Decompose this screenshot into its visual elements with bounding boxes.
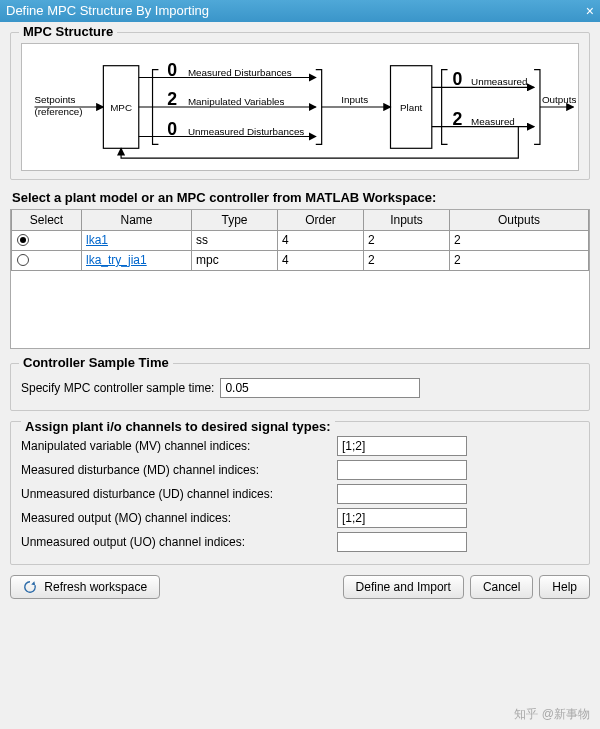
- ud-input[interactable]: [337, 484, 467, 504]
- svg-point-27: [20, 237, 26, 243]
- assign-heading: Assign plant i/o channels to desired sig…: [21, 419, 335, 434]
- svg-text:0: 0: [167, 60, 177, 80]
- close-icon[interactable]: ×: [586, 0, 594, 22]
- col-order: Order: [278, 210, 364, 230]
- svg-text:Manipulated Variables: Manipulated Variables: [188, 96, 285, 107]
- svg-text:Unmeasured: Unmeasured: [471, 76, 527, 87]
- svg-text:Measured: Measured: [471, 116, 515, 127]
- svg-text:0: 0: [452, 69, 462, 89]
- col-outputs: Outputs: [450, 210, 589, 230]
- mpc-structure-label: MPC Structure: [19, 24, 117, 39]
- svg-text:Setpoints: Setpoints: [35, 94, 76, 105]
- mv-input[interactable]: [337, 436, 467, 456]
- svg-text:Outputs: Outputs: [542, 94, 577, 105]
- row-type: ss: [192, 230, 278, 250]
- mv-label: Manipulated variable (MV) channel indice…: [21, 439, 331, 453]
- svg-text:(reference): (reference): [35, 106, 83, 117]
- refresh-label: Refresh workspace: [44, 580, 147, 594]
- sample-time-input[interactable]: [220, 378, 420, 398]
- mpc-structure-diagram: MPC Plant Setpoints (reference) 0 Measur…: [21, 43, 579, 171]
- sample-time-group-label: Controller Sample Time: [19, 355, 173, 370]
- svg-text:2: 2: [452, 109, 462, 129]
- col-type: Type: [192, 210, 278, 230]
- uo-input[interactable]: [337, 532, 467, 552]
- row-select[interactable]: [12, 250, 82, 270]
- md-input[interactable]: [337, 460, 467, 480]
- define-import-button[interactable]: Define and Import: [343, 575, 464, 599]
- col-inputs: Inputs: [364, 210, 450, 230]
- row-outputs: 2: [450, 250, 589, 270]
- uo-label: Unmeasured output (UO) channel indices:: [21, 535, 331, 549]
- svg-text:2: 2: [167, 89, 177, 109]
- svg-text:Plant: Plant: [400, 102, 423, 113]
- row-type: mpc: [192, 250, 278, 270]
- svg-text:Inputs: Inputs: [341, 94, 368, 105]
- mpc-structure-group: MPC Structure MPC Plant: [10, 32, 590, 180]
- row-name[interactable]: lka_try_jia1: [82, 250, 192, 270]
- mo-label: Measured output (MO) channel indices:: [21, 511, 331, 525]
- select-heading: Select a plant model or an MPC controlle…: [12, 190, 590, 205]
- sample-time-group: Controller Sample Time Specify MPC contr…: [10, 363, 590, 411]
- svg-point-28: [18, 255, 29, 266]
- workspace-table: Select Name Type Order Inputs Outputs lk…: [10, 209, 590, 349]
- sample-time-label: Specify MPC controller sample time:: [21, 381, 214, 395]
- help-button[interactable]: Help: [539, 575, 590, 599]
- row-select[interactable]: [12, 230, 82, 250]
- md-label: Measured disturbance (MD) channel indice…: [21, 463, 331, 477]
- cancel-button[interactable]: Cancel: [470, 575, 533, 599]
- row-outputs: 2: [450, 230, 589, 250]
- row-order: 4: [278, 250, 364, 270]
- table-row[interactable]: lka_try_jia1mpc422: [12, 250, 589, 270]
- watermark: 知乎 @新事物: [514, 706, 590, 723]
- refresh-button[interactable]: Refresh workspace: [10, 575, 160, 599]
- assign-group: Assign plant i/o channels to desired sig…: [10, 421, 590, 565]
- title-bar: Define MPC Structure By Importing ×: [0, 0, 600, 22]
- refresh-icon: [23, 580, 37, 594]
- row-inputs: 2: [364, 230, 450, 250]
- row-order: 4: [278, 230, 364, 250]
- window-title: Define MPC Structure By Importing: [6, 0, 209, 22]
- row-inputs: 2: [364, 250, 450, 270]
- svg-text:Measured Disturbances: Measured Disturbances: [188, 67, 292, 78]
- ud-label: Unmeasured disturbance (UD) channel indi…: [21, 487, 331, 501]
- svg-text:Unmeasured Disturbances: Unmeasured Disturbances: [188, 126, 304, 137]
- svg-text:0: 0: [167, 119, 177, 139]
- svg-text:MPC: MPC: [110, 102, 132, 113]
- table-row[interactable]: lka1ss422: [12, 230, 589, 250]
- row-name[interactable]: lka1: [82, 230, 192, 250]
- col-select: Select: [12, 210, 82, 230]
- col-name: Name: [82, 210, 192, 230]
- mo-input[interactable]: [337, 508, 467, 528]
